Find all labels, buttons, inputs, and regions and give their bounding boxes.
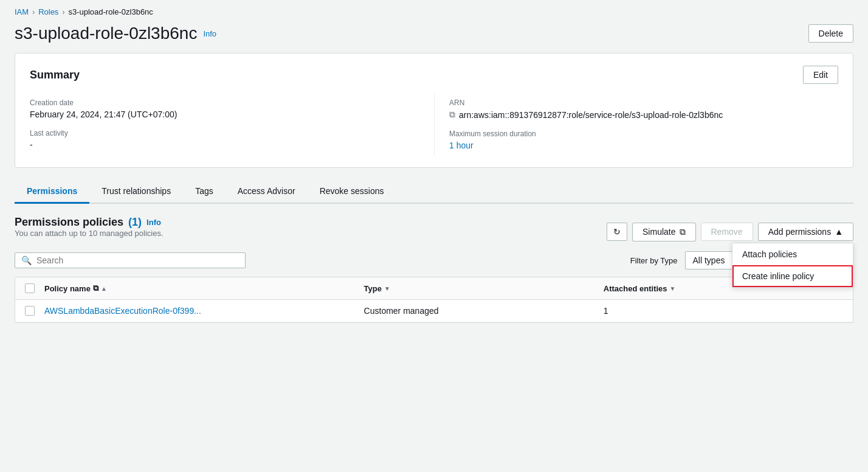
search-box: 🔍 <box>15 252 246 268</box>
page-info-link[interactable]: Info <box>203 29 216 38</box>
tab-tags[interactable]: Tags <box>183 180 226 204</box>
permissions-title-text: Permissions policies <box>15 216 123 229</box>
external-link-icon: ⧉ <box>93 283 98 293</box>
search-icon: 🔍 <box>21 255 32 265</box>
breadcrumb-sep-2: › <box>62 8 64 16</box>
policy-name-header[interactable]: Policy name ⧉ ▲ <box>44 283 364 293</box>
permissions-actions: ↻ Simulate ⧉ Remove Add permissions ▲ At… <box>607 223 853 241</box>
type-sort-icon: ▼ <box>384 285 390 292</box>
permissions-subtitle: You can attach up to 10 managed policies… <box>15 229 164 238</box>
tab-trust[interactable]: Trust relationships <box>89 180 183 204</box>
row-attached-entities: 1 <box>604 306 843 316</box>
simulate-label: Simulate <box>642 227 675 237</box>
page-title-area: s3-upload-role-0zl3b6nc Info <box>15 24 216 43</box>
summary-header: Summary Edit <box>30 66 838 84</box>
last-activity-label: Last activity <box>30 129 434 137</box>
arn-row: ⧉ arn:aws:iam::891376912877:role/service… <box>449 109 838 120</box>
arn-value: arn:aws:iam::891376912877:role/service-r… <box>459 110 723 120</box>
tabs-container: Permissions Trust relationships Tags Acc… <box>15 180 853 204</box>
table-row: AWSLambdaBasicExecutionRole-0f399... Cus… <box>15 300 853 322</box>
permissions-info-link[interactable]: Info <box>146 218 161 227</box>
attach-policies-item[interactable]: Attach policies <box>732 243 853 265</box>
summary-card: Summary Edit Creation date February 24, … <box>15 53 853 168</box>
breadcrumb: IAM › Roles › s3-upload-role-0zl3b6nc <box>0 0 868 21</box>
add-permissions-icon: ▲ <box>835 227 843 237</box>
attached-sort-icon: ▼ <box>670 285 676 292</box>
filter-type-label: Filter by Type <box>630 256 678 265</box>
filter-type-value: All types <box>693 255 725 265</box>
type-header-label: Type <box>364 284 382 293</box>
edit-button[interactable]: Edit <box>803 66 838 84</box>
add-permissions-dropdown: Attach policies Create inline policy <box>732 243 853 288</box>
table-header-row: Policy name ⧉ ▲ Type ▼ Attached entities… <box>15 277 853 300</box>
permissions-title-area: Permissions policies (1) Info You can at… <box>15 216 164 248</box>
remove-button: Remove <box>701 223 753 241</box>
creation-date-section: Creation date February 24, 2024, 21:47 (… <box>30 94 434 155</box>
summary-grid: Creation date February 24, 2024, 21:47 (… <box>30 94 838 155</box>
permissions-count: (1) <box>128 216 142 229</box>
row-checkbox[interactable] <box>25 306 35 316</box>
refresh-button[interactable]: ↻ <box>607 223 627 241</box>
policies-table: Policy name ⧉ ▲ Type ▼ Attached entities… <box>15 277 853 323</box>
breadcrumb-iam[interactable]: IAM <box>15 7 29 16</box>
permissions-section: Permissions policies (1) Info You can at… <box>15 216 853 323</box>
delete-button[interactable]: Delete <box>808 24 853 43</box>
policy-name-sort-icon: ▲ <box>101 285 107 292</box>
filter-row: 🔍 Filter by Type All types ▼ ‹ 1 › ⚙ <box>15 251 853 269</box>
header-checkbox[interactable] <box>25 283 35 293</box>
copy-icon[interactable]: ⧉ <box>449 109 455 120</box>
tab-access[interactable]: Access Advisor <box>226 180 308 204</box>
row-checkbox-col <box>25 306 44 316</box>
creation-date-label: Creation date <box>30 99 434 107</box>
session-value: 1 hour <box>449 141 838 150</box>
attached-entities-header-label: Attached entities <box>604 284 667 293</box>
tab-permissions[interactable]: Permissions <box>15 180 89 204</box>
page-title: s3-upload-role-0zl3b6nc <box>15 24 197 43</box>
permissions-header: Permissions policies (1) Info You can at… <box>15 216 853 248</box>
simulate-button[interactable]: Simulate ⧉ <box>632 223 695 241</box>
breadcrumb-current: s3-upload-role-0zl3b6nc <box>68 7 153 16</box>
last-activity-value: - <box>30 140 434 150</box>
type-header[interactable]: Type ▼ <box>364 284 604 293</box>
add-permissions-button[interactable]: Add permissions ▲ <box>758 223 853 241</box>
page-title-row: s3-upload-role-0zl3b6nc Info Delete <box>0 21 868 53</box>
breadcrumb-sep-1: › <box>32 8 35 16</box>
arn-section: ARN ⧉ arn:aws:iam::891376912877:role/ser… <box>434 94 838 155</box>
add-permissions-label: Add permissions <box>768 227 832 237</box>
creation-date-value: February 24, 2024, 21:47 (UTC+07:00) <box>30 109 434 119</box>
arn-label: ARN <box>449 99 838 107</box>
session-label: Maximum session duration <box>449 130 838 138</box>
policy-name-header-label: Policy name <box>44 284 91 293</box>
simulate-icon: ⧉ <box>680 227 686 237</box>
row-type: Customer managed <box>364 306 604 316</box>
policy-name-link[interactable]: AWSLambdaBasicExecutionRole-0f399... <box>44 306 201 316</box>
tab-revoke[interactable]: Revoke sessions <box>308 180 396 204</box>
summary-title: Summary <box>30 69 80 82</box>
search-input[interactable] <box>36 255 239 265</box>
row-policy-name: AWSLambdaBasicExecutionRole-0f399... <box>44 306 364 316</box>
permissions-title: Permissions policies (1) Info <box>15 216 164 229</box>
breadcrumb-roles[interactable]: Roles <box>38 7 58 16</box>
create-inline-policy-item[interactable]: Create inline policy <box>732 265 853 287</box>
header-checkbox-col <box>25 283 44 293</box>
